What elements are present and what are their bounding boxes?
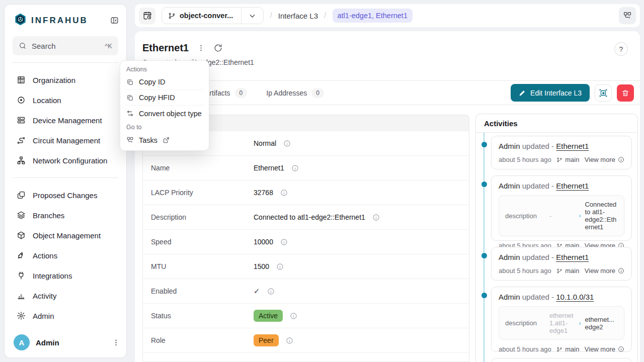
breadcrumb-current-object[interactable]: atl1-edge1, Ethernet1 xyxy=(333,9,413,23)
help-button[interactable]: ? xyxy=(614,42,628,56)
diff-field: description xyxy=(505,319,545,327)
tab-ip-addresses[interactable]: Ip Addresses 0 xyxy=(266,88,324,98)
row-label: LACP Priority xyxy=(151,189,254,197)
sidebar-item-actions[interactable]: Actions xyxy=(5,245,126,265)
diff-field: description xyxy=(505,212,545,220)
info-icon[interactable] xyxy=(286,337,293,344)
time-travel-button[interactable] xyxy=(139,8,155,24)
view-more-link[interactable]: View more xyxy=(585,156,624,163)
user-name: Admin xyxy=(36,338,106,347)
edit-interface-button[interactable]: Edit Interface L3 xyxy=(511,84,590,102)
activity-diff: description ethernet1.atl1-edge1 › ether… xyxy=(499,306,624,340)
row-label: Speed xyxy=(151,238,254,246)
sidebar-item-device-management[interactable]: Device Management xyxy=(5,110,126,130)
timeline-line xyxy=(484,133,485,362)
user-menu-button[interactable] xyxy=(112,338,120,347)
sidebar-item-integrations[interactable]: Integrations xyxy=(5,265,126,286)
activity-branch: main xyxy=(556,156,579,163)
branch-selector-current[interactable]: object-conver... xyxy=(162,8,242,24)
sidebar-collapse-button[interactable] xyxy=(110,16,119,25)
sidebar: INFRAHUB Search ^K Organization Location xyxy=(4,4,127,358)
info-icon[interactable] xyxy=(267,288,275,295)
activity-object-link[interactable]: 10.1.0.0/31 xyxy=(556,293,594,301)
sidebar-item-proposed-changes[interactable]: Proposed Changes xyxy=(5,185,126,205)
branch-selector: object-conver... xyxy=(162,7,264,24)
main-content: Ethernet1 ? Connected to atl1-edge2::Eth… xyxy=(135,31,640,362)
sidebar-item-object-management[interactable]: Object Management xyxy=(5,225,126,245)
sidebar-divider xyxy=(13,177,118,178)
table-row xyxy=(143,353,469,361)
object-actions-button[interactable] xyxy=(197,44,205,52)
branch-selector-toggle[interactable] xyxy=(242,8,263,24)
info-icon xyxy=(618,267,624,274)
row-label: Description xyxy=(151,213,254,221)
activity-action: updated - xyxy=(522,293,554,301)
info-icon[interactable] xyxy=(280,189,288,197)
menu-item-convert-object-type[interactable]: Convert object type xyxy=(123,106,206,121)
breadcrumb-separator: / xyxy=(324,11,326,20)
sidebar-item-network-configuration[interactable]: Network Configuration xyxy=(5,150,126,170)
git-branch-icon xyxy=(556,157,562,163)
breadcrumb-separator: / xyxy=(270,11,272,20)
sidebar-item-location[interactable]: Location xyxy=(5,90,126,110)
menu-item-copy-hfid[interactable]: Copy HFID xyxy=(123,90,206,106)
activity-card: Admin updated - Ethernet1 about 5 hours … xyxy=(491,136,632,169)
activity-object-link[interactable]: Ethernet1 xyxy=(556,253,589,261)
manage-groups-button[interactable] xyxy=(595,84,612,102)
tab-artifacts[interactable]: Artifacts 0 xyxy=(205,88,247,98)
row-label: Name xyxy=(151,164,254,172)
menu-item-copy-id[interactable]: Copy ID xyxy=(123,74,206,90)
sidebar-item-admin[interactable]: Admin xyxy=(5,306,126,326)
external-link-icon xyxy=(163,136,170,144)
role-badge: Peer xyxy=(254,334,279,346)
info-icon[interactable] xyxy=(276,263,284,270)
timeline-dot xyxy=(481,182,487,187)
activity-card: Admin updated - Ethernet1 description - … xyxy=(491,175,632,241)
info-icon[interactable] xyxy=(283,140,291,147)
activity-diff: description - › Connected to atl1-edge2:… xyxy=(499,195,624,236)
info-icon[interactable] xyxy=(372,214,380,221)
sidebar-item-organization[interactable]: Organization xyxy=(5,70,126,90)
info-icon[interactable] xyxy=(280,238,288,246)
row-label: Role xyxy=(151,336,254,344)
nav-label: Admin xyxy=(33,312,54,320)
nav-label: Branches xyxy=(33,211,64,220)
activity-object-link[interactable]: Ethernet1 xyxy=(556,142,589,150)
activity-time: about 5 hours ago xyxy=(499,345,551,353)
activity-object-link[interactable]: Ethernet1 xyxy=(556,182,589,190)
workflow-button[interactable] xyxy=(619,7,636,24)
breadcrumb-interface-l3[interactable]: Interface L3 xyxy=(278,12,318,20)
view-more-label: View more xyxy=(585,267,615,275)
view-more-link[interactable]: View more xyxy=(585,267,624,275)
nav-label: Actions xyxy=(33,251,57,260)
menu-item-tasks[interactable]: Tasks xyxy=(123,132,206,148)
view-more-label: View more xyxy=(585,156,615,163)
info-icon[interactable] xyxy=(290,312,297,320)
nav-label: Device Management xyxy=(33,116,102,125)
view-more-link[interactable]: View more xyxy=(585,345,624,353)
cube-icon xyxy=(17,231,26,240)
plug-icon xyxy=(17,271,26,280)
sidebar-item-activity[interactable]: Activity xyxy=(5,286,126,306)
info-icon[interactable] xyxy=(291,164,299,172)
swap-arrows-icon xyxy=(126,110,134,117)
tab-bar: Artifacts 0 Ip Addresses 0 Edit Interfac… xyxy=(135,80,640,105)
nav-label: Integrations xyxy=(33,272,72,280)
sidebar-item-circuit-management[interactable]: Circuit Management xyxy=(5,130,126,150)
proposed-changes-icon xyxy=(17,191,26,200)
refresh-icon xyxy=(213,43,223,53)
search-input[interactable]: Search ^K xyxy=(13,36,118,55)
building-icon xyxy=(17,75,26,84)
group-select-icon xyxy=(599,88,608,98)
row-label: Enabled xyxy=(151,287,254,295)
refresh-button[interactable] xyxy=(213,43,223,53)
diff-old-value: - xyxy=(549,212,575,220)
diff-arrow-icon: › xyxy=(579,320,581,327)
delete-button[interactable] xyxy=(617,84,634,102)
nav-label: Proposed Changes xyxy=(33,191,97,200)
copy-icon xyxy=(126,94,134,102)
nav-label: Object Management xyxy=(33,231,101,240)
brand-name: INFRAHUB xyxy=(31,16,110,26)
sidebar-item-branches[interactable]: Branches xyxy=(5,205,126,225)
tab-count-badge: 0 xyxy=(235,88,248,98)
